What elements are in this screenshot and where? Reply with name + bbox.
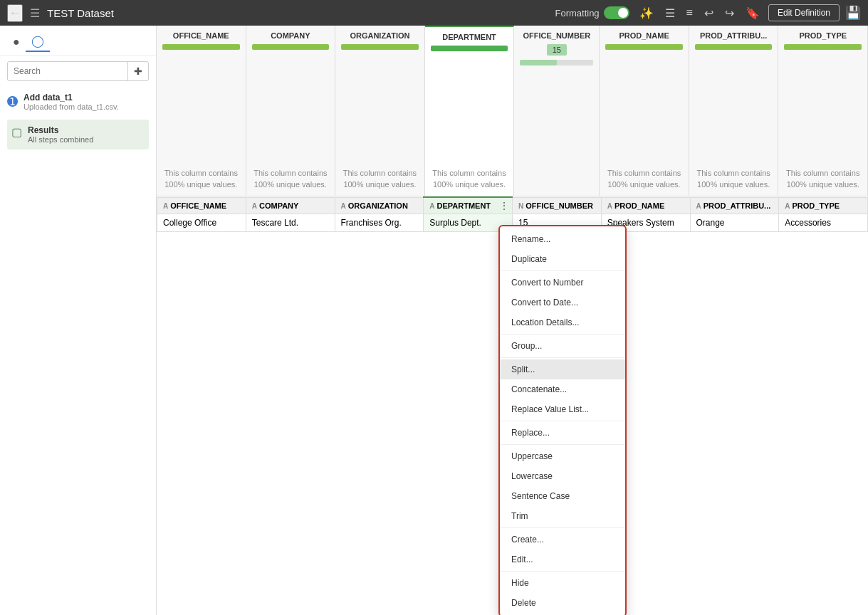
ctx-divider <box>500 571 625 572</box>
back-button[interactable]: ← <box>7 4 23 22</box>
ctx-item-replace-[interactable]: Replace... <box>500 423 625 443</box>
redo-button[interactable]: ↪ <box>722 4 737 23</box>
col-header-label: OFFICE_NAME <box>162 31 240 40</box>
unique-text: This column contains 100% unique values. <box>605 168 683 190</box>
sidebar-section: ➊ Add data_t1 Uploaded from data_t1.csv.… <box>0 87 156 615</box>
edit-definition-button[interactable]: Edit Definition <box>768 4 840 21</box>
table-cell-company: Tescare Ltd. <box>246 214 335 232</box>
main-layout: ● ◯ ✚ ➊ Add data_t1 Uploaded from data_t… <box>0 26 868 615</box>
sidebar-steps-icon[interactable]: ◯ <box>26 31 50 52</box>
col-bar <box>162 44 240 50</box>
wand-button[interactable]: ✨ <box>637 4 657 23</box>
profile-card-organization[interactable]: ORGANIZATIONThis column contains 100% un… <box>335 26 425 196</box>
add-data-icon: ➊ <box>7 94 18 110</box>
ctx-item-replace-value-list-[interactable]: Replace Value List... <box>500 399 625 419</box>
col-header-label: ORGANIZATION <box>341 31 419 40</box>
col-bar <box>605 44 683 50</box>
ctx-divider <box>500 527 625 528</box>
formatting-toggle-group: Formatting <box>555 6 629 19</box>
ctx-item-convert-to-number[interactable]: Convert to Number <box>500 273 625 293</box>
ctx-item-group-[interactable]: Group... <box>500 336 625 356</box>
unique-text: This column contains 100% unique values. <box>784 168 862 190</box>
col-type-badge: A <box>163 202 168 210</box>
profile-card-prod_name[interactable]: PROD_NAMEThis column contains 100% uniqu… <box>600 26 689 196</box>
col-type-badge: A <box>785 202 790 210</box>
ctx-item-lowercase[interactable]: Lowercase <box>500 466 625 486</box>
search-bar: ✚ <box>7 61 149 81</box>
ctx-item-sentence-case[interactable]: Sentence Case <box>500 486 625 506</box>
unique-text: This column contains 100% unique values. <box>341 168 419 190</box>
save-button[interactable]: 💾 <box>845 5 861 21</box>
col-label: OFFICE_NUMBER <box>525 201 593 210</box>
col-bar-container <box>341 44 419 50</box>
col-bar <box>252 44 330 50</box>
search-input[interactable] <box>8 63 127 80</box>
col-bar <box>341 44 419 50</box>
col-bar-container <box>605 44 683 50</box>
ctx-item-convert-to-date-[interactable]: Convert to Date... <box>500 293 625 312</box>
col-header-label: PROD_ATTRIBU... <box>695 31 773 40</box>
col-header-label: COMPANY <box>252 31 330 40</box>
ctx-item-create-[interactable]: Create... <box>500 530 625 550</box>
ctx-item-rename-[interactable]: Rename... <box>500 229 625 249</box>
ctx-item-delete[interactable]: Delete <box>500 593 625 613</box>
col-bar-container <box>695 44 773 50</box>
col-bar-container <box>520 60 593 65</box>
table-cell-prod_type: Accessories <box>779 214 868 232</box>
col-type-badge: N <box>518 202 523 210</box>
col-type-badge: A <box>252 202 257 210</box>
ctx-divider <box>500 334 625 335</box>
formatting-toggle[interactable] <box>604 6 629 19</box>
search-add-button[interactable]: ✚ <box>127 62 148 80</box>
table-view-button[interactable]: ☰ <box>662 4 678 23</box>
profile-card-company[interactable]: COMPANYThis column contains 100% unique … <box>246 26 336 196</box>
ctx-item-trim[interactable]: Trim <box>500 506 625 526</box>
results-icon: ▢ <box>11 125 22 139</box>
sidebar: ● ◯ ✚ ➊ Add data_t1 Uploaded from data_t… <box>0 26 157 615</box>
context-menu: Rename...DuplicateConvert to NumberConve… <box>498 225 627 615</box>
col-label: COMPANY <box>259 201 298 210</box>
ctx-item-uppercase[interactable]: Uppercase <box>500 446 625 466</box>
col-label: PROD_ATTRIBU... <box>704 201 771 210</box>
unique-text: This column contains 100% unique values. <box>695 168 773 190</box>
col-header-office_name: A OFFICE_NAME <box>157 197 246 214</box>
add-data-item[interactable]: ➊ Add data_t1 Uploaded from data_t1.csv. <box>7 87 149 117</box>
col-header-label: OFFICE_NUMBER <box>520 31 593 40</box>
col-label: PROD_TYPE <box>792 201 840 210</box>
bookmark-button[interactable]: 🔖 <box>743 4 763 23</box>
col-header-company: A COMPANY <box>246 197 335 214</box>
list-view-button[interactable]: ≡ <box>684 4 696 22</box>
formatting-label: Formatting <box>555 8 599 19</box>
profile-card-department[interactable]: DEPARTMENTThis column contains 100% uniq… <box>425 26 515 196</box>
ctx-item-edit-[interactable]: Edit... <box>500 550 625 569</box>
col-bar <box>431 46 508 51</box>
number-badge: 15 <box>547 44 567 56</box>
ctx-divider <box>500 357 625 358</box>
ctx-divider <box>500 270 625 271</box>
topbar: ← ☰ TEST Dataset Formatting ✨ ☰ ≡ ↩ ↪ 🔖 … <box>0 0 868 26</box>
profile-card-prod_attribu...[interactable]: PROD_ATTRIBU...This column contains 100%… <box>689 26 779 196</box>
ctx-item-hide[interactable]: Hide <box>500 573 625 593</box>
col-bar-container <box>784 44 862 50</box>
col-bar-container <box>252 44 330 50</box>
ctx-item-concatenate-[interactable]: Concatenate... <box>500 379 625 399</box>
col-header-organization: A ORGANIZATION <box>335 197 424 214</box>
col-bar <box>520 60 557 65</box>
profile-card-office_number[interactable]: OFFICE_NUMBER15 <box>514 26 600 196</box>
unique-text: This column contains 100% unique values. <box>252 168 330 190</box>
col-type-badge: A <box>696 202 701 210</box>
ctx-item-duplicate[interactable]: Duplicate <box>500 249 625 269</box>
col-menu-button[interactable]: ⋮ <box>498 200 511 211</box>
profile-cards-row: OFFICE_NAMEThis column contains 100% uni… <box>157 26 868 196</box>
results-item[interactable]: ▢ Results All steps combined <box>7 120 149 149</box>
ctx-item-split-[interactable]: Split... <box>500 359 625 379</box>
col-bar <box>784 44 862 50</box>
ctx-item-location-details-[interactable]: Location Details... <box>500 312 625 332</box>
undo-button[interactable]: ↩ <box>701 4 716 23</box>
col-label: ORGANIZATION <box>348 201 408 210</box>
sidebar-data-icon[interactable]: ● <box>7 31 26 52</box>
col-label: DEPARTMENT <box>436 201 491 210</box>
profile-card-prod_type[interactable]: PROD_TYPEThis column contains 100% uniqu… <box>778 26 868 196</box>
add-data-text-group: Add data_t1 Uploaded from data_t1.csv. <box>23 93 119 111</box>
profile-card-office_name[interactable]: OFFICE_NAMEThis column contains 100% uni… <box>157 26 246 196</box>
